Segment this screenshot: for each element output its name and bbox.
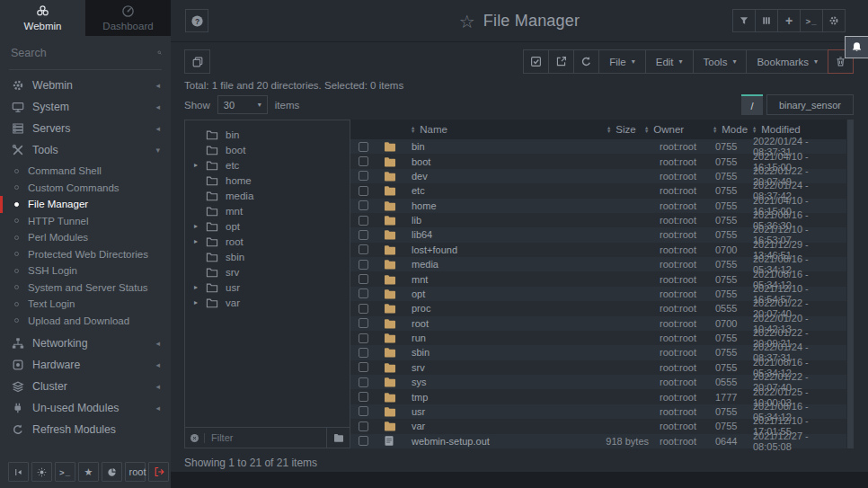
- row-checkbox[interactable]: [359, 171, 368, 181]
- tree-node-bin[interactable]: bin: [185, 127, 350, 142]
- sort-icon[interactable]: ▴▾: [753, 126, 756, 134]
- sidebar-item-servers[interactable]: Servers◂: [0, 118, 171, 139]
- sidebar-item-text-login[interactable]: Text Login: [0, 296, 171, 313]
- column-header-owner[interactable]: ▴▾Owner: [645, 124, 701, 135]
- search-input[interactable]: [9, 46, 157, 60]
- row-checkbox[interactable]: [359, 260, 368, 270]
- row-checkbox[interactable]: [359, 318, 368, 328]
- tree-filter-input[interactable]: [209, 431, 326, 444]
- favorites-button[interactable]: ★: [78, 462, 99, 482]
- row-checkbox[interactable]: [359, 392, 368, 402]
- tree-node-usr[interactable]: ▸usr: [185, 279, 350, 295]
- expander-icon[interactable]: ▸: [194, 161, 206, 169]
- terminal-button[interactable]: >_: [55, 462, 75, 482]
- row-checkbox[interactable]: [359, 244, 368, 254]
- row-checkbox[interactable]: [359, 304, 368, 314]
- sidebar-item-custom-commands[interactable]: Custom Commands: [0, 180, 171, 197]
- sidebar-item-system-and-server-status[interactable]: System and Server Status: [0, 279, 171, 297]
- row-checkbox[interactable]: [359, 156, 368, 166]
- sidebar-item-webmin[interactable]: Webmin◂: [0, 75, 171, 96]
- favorite-star-icon[interactable]: ☆: [459, 12, 475, 30]
- language-button[interactable]: [102, 462, 122, 482]
- logout-button[interactable]: [148, 462, 169, 482]
- sort-icon[interactable]: ▴▾: [713, 126, 716, 134]
- breadcrumb-root[interactable]: /: [741, 94, 763, 115]
- sidebar-item-un-used-modules[interactable]: Un-used Modules◂: [0, 397, 171, 419]
- user-button[interactable]: root: [125, 462, 146, 482]
- sidebar-item-networking[interactable]: Networking◂: [0, 333, 171, 354]
- collapse-sidebar-button[interactable]: [8, 462, 29, 482]
- sidebar-item-command-shell[interactable]: Command Shell: [0, 163, 171, 180]
- sort-icon[interactable]: ▴▾: [412, 126, 414, 134]
- tree-node-root[interactable]: ▸root: [185, 234, 350, 249]
- row-checkbox[interactable]: [359, 348, 368, 358]
- menu-edit[interactable]: Edit▾: [645, 49, 694, 74]
- row-checkbox[interactable]: [359, 230, 368, 240]
- row-checkbox[interactable]: [359, 377, 368, 387]
- tree-node-home[interactable]: home: [185, 173, 350, 188]
- select-all-button[interactable]: [523, 49, 549, 74]
- clear-filter-icon[interactable]: [190, 433, 199, 443]
- terminal-button[interactable]: >_: [800, 9, 823, 32]
- breadcrumb-binary-sensor[interactable]: binary_sensor: [766, 94, 854, 115]
- row-checkbox[interactable]: [359, 200, 368, 210]
- row-checkbox[interactable]: [359, 333, 368, 343]
- tree-node-boot[interactable]: boot: [185, 142, 350, 157]
- sidebar-item-file-manager[interactable]: File Manager: [0, 196, 171, 213]
- sort-icon[interactable]: ▴▾: [607, 126, 610, 134]
- tab-webmin[interactable]: Webmin: [0, 0, 85, 36]
- sidebar-item-protected-web-directories[interactable]: Protected Web Directories: [0, 246, 171, 263]
- row-checkbox[interactable]: [359, 216, 368, 226]
- column-header-modified[interactable]: ▴▾Modified: [753, 124, 846, 135]
- expander-icon[interactable]: ▸: [194, 283, 206, 291]
- table-scrollbar[interactable]: [846, 120, 854, 448]
- settings-button[interactable]: [822, 9, 846, 32]
- help-button[interactable]: ?: [185, 9, 208, 32]
- sidebar-item-http-tunnel[interactable]: HTTP Tunnel: [0, 213, 171, 230]
- tree-node-opt[interactable]: ▸opt: [185, 218, 350, 234]
- expander-icon[interactable]: ▸: [194, 237, 206, 245]
- row-checkbox[interactable]: [359, 274, 368, 284]
- filter-button[interactable]: [732, 9, 756, 32]
- sidebar-item-system[interactable]: System◂: [0, 96, 171, 118]
- tree-node-srv[interactable]: srv: [185, 264, 350, 279]
- row-checkbox[interactable]: [359, 362, 368, 372]
- menu-bookmarks[interactable]: Bookmarks▾: [746, 49, 828, 74]
- row-checkbox[interactable]: [359, 288, 368, 298]
- sidebar-item-ssh-login[interactable]: SSH Login: [0, 262, 171, 279]
- row-checkbox[interactable]: [359, 421, 368, 431]
- column-header-name[interactable]: ▴▾Name: [412, 124, 577, 135]
- tree-node-mnt[interactable]: mnt: [185, 203, 350, 218]
- page-size-select[interactable]: 30 ▾: [217, 95, 268, 114]
- sidebar-item-refresh-modules[interactable]: Refresh Modules: [0, 419, 171, 440]
- tree-node-etc[interactable]: ▸etc: [185, 157, 350, 173]
- sidebar-item-upload-and-download[interactable]: Upload and Download: [0, 313, 171, 330]
- expander-icon[interactable]: ▸: [194, 298, 206, 306]
- row-checkbox[interactable]: [359, 142, 368, 152]
- tree-node-sbin[interactable]: sbin: [185, 249, 350, 264]
- columns-button[interactable]: [755, 9, 778, 32]
- file-row-webmin-setup-out[interactable]: webmin-setup.out918 bytesroot:root064420…: [350, 434, 846, 448]
- menu-tools[interactable]: Tools▾: [693, 49, 748, 74]
- add-button[interactable]: +: [777, 9, 801, 32]
- paste-buffer-button[interactable]: [184, 49, 210, 74]
- refresh-button[interactable]: [573, 49, 599, 74]
- theme-toggle-button[interactable]: [31, 462, 52, 482]
- row-checkbox[interactable]: [359, 406, 368, 416]
- share-button[interactable]: [548, 49, 574, 74]
- row-checkbox[interactable]: [359, 436, 368, 446]
- menu-file[interactable]: File▾: [598, 49, 646, 74]
- sidebar-item-perl-modules[interactable]: Perl Modules: [0, 229, 171, 246]
- tree-folder-button[interactable]: [326, 428, 350, 448]
- sort-icon[interactable]: ▴▾: [645, 126, 648, 134]
- row-checkbox[interactable]: [359, 186, 368, 196]
- tree-node-media[interactable]: media: [185, 188, 350, 203]
- sidebar-item-tools[interactable]: Tools▾: [0, 139, 171, 161]
- sidebar-item-cluster[interactable]: Cluster◂: [0, 376, 171, 397]
- sidebar-item-hardware[interactable]: Hardware◂: [0, 354, 171, 376]
- notification-popover[interactable]: [845, 36, 868, 58]
- tree-node-var[interactable]: ▸var: [185, 295, 350, 310]
- tab-dashboard[interactable]: Dashboard: [85, 0, 171, 36]
- expander-icon[interactable]: ▸: [194, 222, 206, 230]
- column-header-mode[interactable]: ▴▾Mode: [713, 124, 751, 135]
